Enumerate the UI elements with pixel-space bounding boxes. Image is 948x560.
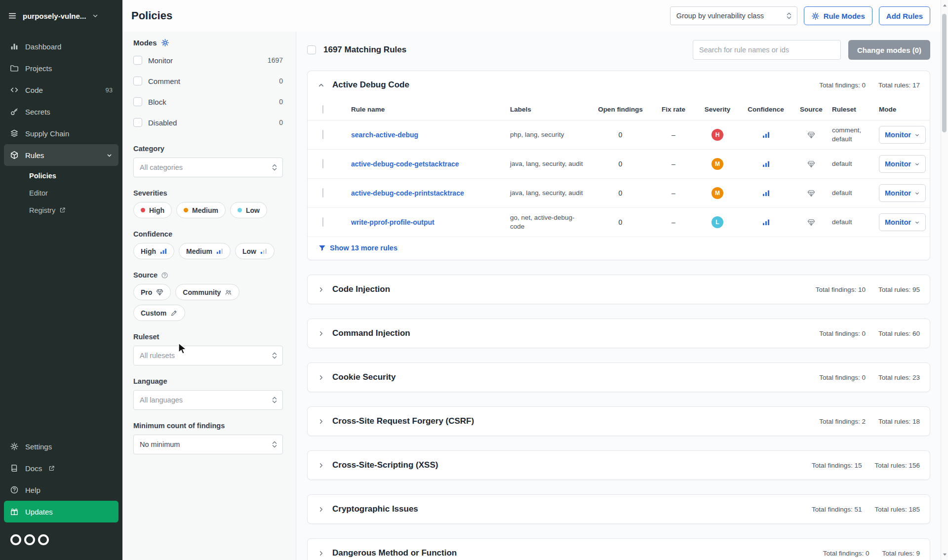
mode-dropdown[interactable]: Monitor [879,213,926,231]
monitor-checkbox[interactable] [133,56,142,65]
chevron-right-icon[interactable] [317,286,325,293]
rule-modes-button[interactable]: Rule Modes [804,6,872,25]
rule-name-link[interactable]: active-debug-code-getstacktrace [351,160,459,168]
sidebar-item-secrets[interactable]: Secrets [4,101,118,122]
chevron-right-icon[interactable] [317,418,325,425]
group-select-all-checkbox[interactable] [322,105,323,114]
group-header[interactable]: Cryptographic Issues Total findings: 51 … [308,495,930,523]
rule-modes-label: Rule Modes [824,12,865,20]
scroll-down-icon[interactable] [943,552,947,557]
confidence-pill-medium[interactable]: Medium [179,243,231,259]
sidebar-item-policies[interactable]: Policies [8,167,115,184]
chevron-right-icon[interactable] [317,374,325,381]
chevron-up-icon[interactable] [317,81,325,89]
sidebar-item-updates[interactable]: Updates [4,501,118,522]
mode-count: 1697 [268,56,283,64]
chevron-down-icon [914,220,920,225]
ruleset-select[interactable]: All rulesets [133,346,283,365]
mode-filter-block[interactable]: Block 0 [133,91,283,112]
modes-gear-icon[interactable] [161,39,169,47]
mode-dropdown[interactable]: Monitor [879,184,926,202]
source-pill-pro[interactable]: Pro [133,284,171,300]
select-all-checkbox[interactable] [307,45,316,54]
chevron-right-icon[interactable] [317,462,325,469]
fix-rate-value: – [653,189,698,197]
confidence-bars-icon [260,248,267,254]
footer-label: Help [25,486,40,494]
group-header[interactable]: Command Injection Total findings: 0 Tota… [308,319,930,348]
sidebar-item-editor[interactable]: Editor [8,184,115,201]
rule-search-input[interactable] [693,40,841,60]
sidebar: purposely-vulne... Dashboard Projects [0,0,122,560]
scrollbar-thumb[interactable] [942,14,947,132]
total-findings: Total findings: 0 [819,374,866,381]
org-switcher[interactable]: purposely-vulne... [0,0,122,32]
sidebar-item-projects[interactable]: Projects [4,57,118,79]
min-findings-select[interactable]: No minimum [133,435,283,454]
fix-rate-value: – [653,218,698,226]
sidebar-item-supply-chain[interactable]: Supply Chain [4,122,118,144]
category-label: Category [133,145,283,153]
mode-filter-disabled[interactable]: Disabled 0 [133,112,283,133]
group-title: Code Injection [332,284,390,294]
mode-dropdown[interactable]: Monitor [879,155,926,173]
change-modes-button[interactable]: Change modes (0) [848,40,930,60]
severity-pill-high[interactable]: High [133,202,172,218]
group-by-value: Group by vulnerability class [676,12,764,20]
rule-name-link[interactable]: write-pprof-profile-output [351,218,434,226]
mode-filter-comment[interactable]: Comment 0 [133,71,283,91]
sidebar-item-settings[interactable]: Settings [4,436,118,457]
chevron-right-icon[interactable] [317,550,325,557]
row-checkbox[interactable] [322,188,323,198]
category-select[interactable]: All categories [133,158,283,177]
group-header[interactable]: Code Injection Total findings: 10 Total … [308,275,930,304]
language-select[interactable]: All languages [133,390,283,410]
row-checkbox[interactable] [322,217,323,227]
subnav-label: Registry [29,206,55,214]
confidence-pill-high[interactable]: High [133,243,174,259]
group-title: Cryptographic Issues [332,504,418,514]
mode-filter-monitor[interactable]: Monitor 1697 [133,50,283,71]
window-scrollbar[interactable] [941,0,948,560]
add-rules-button[interactable]: Add Rules [879,6,930,25]
sidebar-item-dashboard[interactable]: Dashboard [4,36,118,57]
show-more-rules-link[interactable]: Show 13 more rules [330,244,397,252]
group-by-select[interactable]: Group by vulnerability class [670,6,797,25]
rule-name-link[interactable]: search-active-debug [351,131,418,139]
block-checkbox[interactable] [133,97,142,106]
comment-checkbox[interactable] [133,77,142,85]
group-header[interactable]: Cross-Site-Scripting (XSS) Total finding… [308,451,930,480]
rule-labels: php, lang, security [510,130,592,139]
subnav-label: Editor [29,189,48,197]
total-rules: Total rules: 185 [874,506,920,513]
menu-icon[interactable] [8,11,17,20]
scroll-up-icon[interactable] [943,3,947,8]
source-pill-community[interactable]: Community [175,284,239,300]
group-header[interactable]: Cross-Site Request Forgery (CSRF) Total … [308,407,930,436]
group-header[interactable]: Cookie Security Total findings: 0 Total … [308,363,930,392]
chevron-right-icon[interactable] [317,330,325,337]
severity-pill-low[interactable]: Low [230,202,267,218]
sidebar-item-registry[interactable]: Registry [8,201,115,219]
sidebar-item-help[interactable]: Help [4,479,118,501]
group-header[interactable]: Active Debug Code Total findings: 0 Tota… [308,71,930,99]
group-header[interactable]: Dangerous Method or Function Total findi… [308,539,930,560]
sidebar-item-docs[interactable]: Docs [4,457,118,479]
footer-label: Settings [25,442,52,451]
disabled-checkbox[interactable] [133,118,142,127]
confidence-bars-icon [762,131,770,138]
source-pill-custom[interactable]: Custom [133,305,185,321]
rule-name-link[interactable]: active-debug-code-printstacktrace [351,189,464,197]
chevron-right-icon[interactable] [317,506,325,513]
help-circle-icon[interactable] [161,272,168,279]
sidebar-item-rules[interactable]: Rules [4,144,118,166]
select-updown-icon [272,396,277,404]
nav-label: Dashboard [25,42,61,51]
confidence-pill-low[interactable]: Low [235,243,275,259]
row-checkbox[interactable] [322,130,323,139]
mode-dropdown[interactable]: Monitor [879,126,926,144]
severity-pill-medium[interactable]: Medium [176,202,226,218]
severity-badge: L [711,216,723,228]
sidebar-item-code[interactable]: Code 93 [4,79,118,101]
row-checkbox[interactable] [322,159,323,168]
